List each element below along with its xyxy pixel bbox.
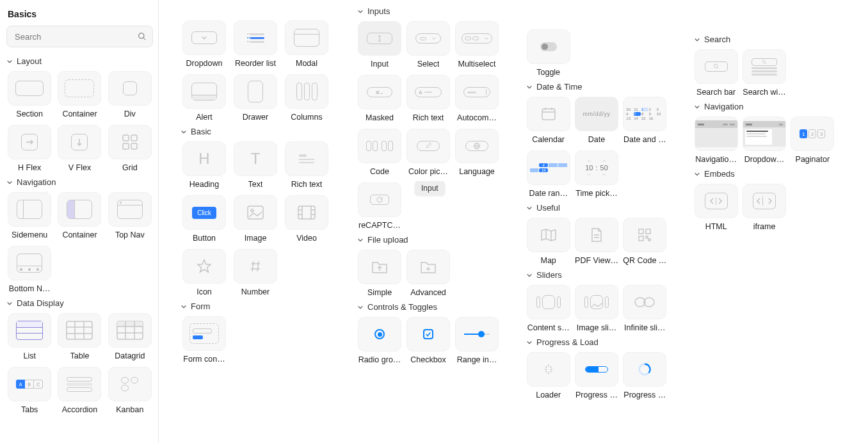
search-input[interactable] xyxy=(6,26,153,47)
section-header-date-time[interactable]: Date & Time xyxy=(526,82,667,92)
chevron-down-icon xyxy=(181,303,187,310)
component-date-range[interactable]: 216Date ran… xyxy=(526,150,570,198)
panel-title: Basics xyxy=(8,9,153,19)
component-div[interactable]: Div xyxy=(107,71,153,118)
section-header-progress-load[interactable]: Progress & Load xyxy=(526,337,667,347)
section-header-sliders[interactable]: Sliders xyxy=(526,270,667,280)
section-header-form[interactable]: Form xyxy=(181,302,330,311)
component-select[interactable]: Select xyxy=(406,21,451,68)
component-accordion[interactable]: Accordion xyxy=(56,367,102,414)
component-search-bar[interactable]: Search bar xyxy=(694,49,738,97)
svg-rect-51 xyxy=(639,229,643,234)
component-nav-container[interactable]: Container xyxy=(56,192,102,239)
section-header-navigation[interactable]: Navigation xyxy=(6,177,153,187)
chevron-down-icon xyxy=(526,84,533,90)
component-text[interactable]: TText xyxy=(232,141,279,189)
component-alert[interactable]: Alert xyxy=(181,74,228,122)
component-pdf-viewer[interactable]: PDF View… xyxy=(574,218,618,265)
section-header-navigation2[interactable]: Navigation xyxy=(694,102,835,111)
section-header-layout[interactable]: Layout xyxy=(6,56,153,66)
component-recaptcha[interactable]: reCAPTC… xyxy=(357,182,402,230)
component-range-input[interactable]: Range in… xyxy=(454,317,499,364)
component-columns[interactable]: Columns xyxy=(283,74,330,122)
component-qr-code[interactable]: QR Code … xyxy=(623,218,667,265)
component-time-picker[interactable]: 10:50Time pick… xyxy=(574,150,618,198)
component-date[interactable]: mm/dd/yyDate xyxy=(574,97,618,144)
component-top-nav[interactable]: Top Nav xyxy=(107,192,153,239)
component-rich-text-input[interactable]: ARich text xyxy=(406,75,451,122)
component-heading[interactable]: HHeading xyxy=(181,141,228,189)
component-datagrid[interactable]: Datagrid xyxy=(107,313,153,360)
component-language[interactable]: Language xyxy=(454,129,499,176)
component-html[interactable]: HTML xyxy=(694,184,738,231)
section-header-controls-toggles[interactable]: Controls & Toggles xyxy=(357,302,499,312)
component-multiselect[interactable]: Multiselect xyxy=(454,21,499,68)
component-code[interactable]: Code xyxy=(357,129,402,176)
section-header-basic[interactable]: Basic xyxy=(181,127,330,136)
component-modal[interactable]: Modal xyxy=(283,20,330,68)
component-form-container[interactable]: Form con… xyxy=(181,316,228,364)
component-table[interactable]: Table xyxy=(56,313,102,360)
svg-marker-28 xyxy=(198,260,211,272)
component-navigation-bar[interactable]: Navigatio… xyxy=(694,117,738,164)
component-reorder-list[interactable]: Reorder list xyxy=(232,20,279,68)
section-title: Sliders xyxy=(536,270,562,280)
section-title: Navigation xyxy=(17,177,56,187)
component-masked[interactable]: Masked xyxy=(357,75,402,122)
component-dropdown[interactable]: Dropdown xyxy=(181,20,228,68)
component-calendar[interactable]: Calendar xyxy=(526,97,570,144)
component-icon[interactable]: Icon xyxy=(181,249,228,296)
section-header-inputs[interactable]: Inputs xyxy=(357,6,499,16)
component-toggle[interactable]: Toggle xyxy=(526,29,570,77)
svg-rect-52 xyxy=(646,229,650,234)
component-tabs[interactable]: ABCTabs xyxy=(6,367,52,414)
component-number[interactable]: Number xyxy=(232,249,279,296)
chevron-down-icon xyxy=(357,304,364,310)
component-iframe[interactable]: iframe xyxy=(742,184,786,231)
component-infinite-slider[interactable]: Infinite sli… xyxy=(623,285,667,332)
section-header-data-display[interactable]: Data Display xyxy=(6,298,153,308)
component-bottom-nav[interactable]: Bottom N… xyxy=(6,246,52,293)
component-map[interactable]: Map xyxy=(526,218,570,265)
component-image[interactable]: Image xyxy=(232,195,279,243)
chevron-down-icon xyxy=(694,36,700,43)
component-v-flex[interactable]: V Flex xyxy=(56,125,102,172)
component-kanban[interactable]: Kanban xyxy=(107,367,153,414)
component-nav-dropdown[interactable]: Dropdow… xyxy=(742,117,786,164)
component-rich-text[interactable]: Rich text xyxy=(283,141,330,189)
component-autocomplete[interactable]: Autocom… xyxy=(454,75,499,122)
component-paginator[interactable]: 123Paginator xyxy=(791,117,835,164)
component-container[interactable]: Container xyxy=(56,71,102,118)
component-image-slider[interactable]: Image sli… xyxy=(574,285,618,332)
component-search-with[interactable]: Search wi… xyxy=(742,49,786,97)
component-radio-group[interactable]: Radio gro… xyxy=(357,317,402,364)
section-title: Search xyxy=(704,35,730,44)
component-grid[interactable]: Grid xyxy=(107,125,153,172)
component-content-slider[interactable]: Content s… xyxy=(526,285,570,332)
component-progress-bar[interactable]: Progress … xyxy=(574,352,618,399)
chevron-down-icon xyxy=(526,205,533,211)
component-list[interactable]: List xyxy=(6,313,52,360)
component-input[interactable]: Input xyxy=(357,21,402,68)
component-loader[interactable]: Loader xyxy=(526,352,570,399)
section-data-display-grid: List Table Datagrid ABCTabs Accordion Ka… xyxy=(6,313,153,414)
section-header-search[interactable]: Search xyxy=(694,35,835,44)
component-sidemenu[interactable]: Sidemenu xyxy=(6,192,52,239)
component-video[interactable]: Video xyxy=(283,195,330,243)
section-header-useful[interactable]: Useful xyxy=(526,203,667,213)
component-date-and-time[interactable]: 303112367891013141516Date and … xyxy=(623,97,667,144)
svg-rect-5 xyxy=(131,135,137,141)
chevron-down-icon xyxy=(694,104,700,110)
section-header-file-upload[interactable]: File upload xyxy=(357,235,499,245)
component-checkbox[interactable]: Checkbox xyxy=(406,317,451,364)
component-color-picker[interactable]: Color pic… xyxy=(406,129,451,176)
component-drawer[interactable]: Drawer xyxy=(232,74,279,122)
component-button[interactable]: ClickButton xyxy=(181,195,228,243)
component-upload-advanced[interactable]: Advanced xyxy=(406,250,451,297)
section-header-embeds[interactable]: Embeds xyxy=(694,169,835,179)
component-h-flex[interactable]: H Flex xyxy=(6,125,52,172)
component-section[interactable]: Section xyxy=(6,71,52,118)
component-upload-simple[interactable]: Simple xyxy=(357,250,402,297)
chevron-down-icon xyxy=(6,58,13,65)
component-progress-circle[interactable]: Progress … xyxy=(623,352,667,399)
